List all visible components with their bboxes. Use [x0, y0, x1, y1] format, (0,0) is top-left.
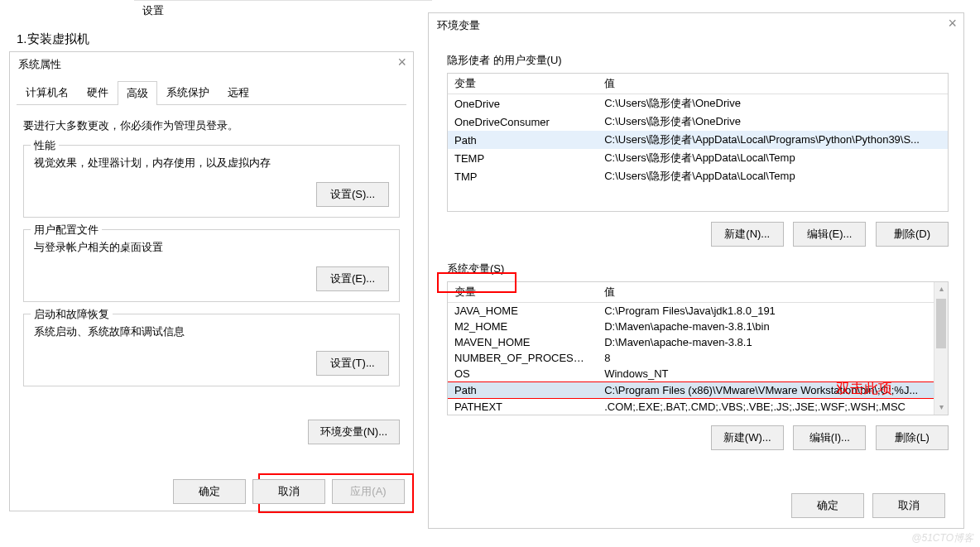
settings-title: 设置 — [142, 4, 164, 17]
variable-value: C:\Program Files (x86)\VMware\VMware Wor… — [598, 382, 948, 399]
user-profile-desc: 与登录帐户相关的桌面设置 — [34, 240, 389, 255]
tab-system-protection[interactable]: 系统保护 — [157, 80, 219, 104]
sysprops-tabs: 计算机名 硬件 高级 系统保护 远程 — [17, 80, 406, 105]
table-row[interactable]: PATHEXT.COM;.EXE;.BAT;.CMD;.VBS;.VBE;.JS… — [448, 399, 948, 415]
table-row[interactable]: PROCESSOR_ARCHITECTUREAMD64 — [448, 415, 948, 415]
column-header-variable[interactable]: 变量 — [448, 282, 598, 303]
startup-settings-button[interactable]: 设置(T)... — [316, 351, 389, 376]
variable-value: C:\Program Files\Java\jdk1.8.0_191 — [598, 303, 948, 319]
watermark: @51CTO博客 — [911, 531, 973, 545]
close-icon[interactable]: × — [397, 54, 406, 71]
delete-user-var-button[interactable]: 删除(D) — [876, 222, 949, 247]
user-variables-table[interactable]: 变量 值 OneDriveC:\Users\隐形使者\OneDriveOneDr… — [447, 73, 949, 212]
user-variables-label: 隐形使者 的用户变量(U) — [447, 53, 949, 68]
cancel-button[interactable]: 取消 — [872, 493, 945, 518]
performance-legend: 性能 — [31, 138, 59, 153]
table-row[interactable]: OneDriveC:\Users\隐形使者\OneDrive — [448, 94, 948, 113]
settings-dialog-header: 设置 — [134, 0, 432, 18]
variable-name: Path — [448, 131, 598, 149]
column-header-variable[interactable]: 变量 — [448, 74, 598, 94]
sysprops-title: 系统属性 — [18, 58, 61, 70]
apply-button[interactable]: 应用(A) — [332, 479, 405, 504]
variable-name: TEMP — [448, 149, 598, 167]
variable-name: TMP — [448, 167, 598, 185]
variable-value: C:\Users\隐形使者\AppData\Local\Temp — [598, 149, 948, 167]
table-row[interactable]: NUMBER_OF_PROCESSORS8 — [448, 350, 948, 366]
environment-variables-dialog: 环境变量 × 隐形使者 的用户变量(U) 变量 值 OneDriveC:\Use… — [428, 12, 964, 529]
envvars-title: 环境变量 — [437, 19, 480, 31]
delete-system-var-button[interactable]: 删除(L) — [876, 425, 949, 450]
variable-name: NUMBER_OF_PROCESSORS — [448, 350, 598, 366]
double-click-annotation: 双击此项 — [836, 379, 892, 398]
variable-name: OS — [448, 366, 598, 382]
performance-settings-button[interactable]: 设置(S)... — [316, 182, 389, 207]
table-row[interactable]: TMPC:\Users\隐形使者\AppData\Local\Temp — [448, 167, 948, 185]
table-row[interactable]: TEMPC:\Users\隐形使者\AppData\Local\Temp — [448, 149, 948, 167]
variable-name: OneDriveConsumer — [448, 113, 598, 131]
system-properties-dialog: 系统属性 × 计算机名 硬件 高级 系统保护 远程 要进行大多数更改，你必须作为… — [9, 51, 414, 511]
variable-value: D:\Maven\apache-maven-3.8.1\bin — [598, 319, 948, 334]
close-icon[interactable]: × — [948, 15, 957, 32]
variable-value: C:\Users\隐形使者\OneDrive — [598, 113, 948, 131]
admin-note: 要进行大多数更改，你必须作为管理员登录。 — [23, 118, 400, 133]
cancel-button[interactable]: 取消 — [252, 479, 325, 504]
tab-hardware[interactable]: 硬件 — [78, 80, 118, 104]
edit-user-var-button[interactable]: 编辑(E)... — [793, 222, 866, 247]
tab-advanced[interactable]: 高级 — [118, 81, 157, 105]
scrollbar[interactable]: ▴ ▾ — [934, 282, 948, 415]
user-profile-fieldset: 用户配置文件 与登录帐户相关的桌面设置 设置(E)... — [23, 229, 400, 302]
tab-remote[interactable]: 远程 — [219, 80, 258, 104]
user-profile-legend: 用户配置文件 — [31, 223, 102, 238]
variable-name: Path — [448, 382, 598, 399]
variable-value: 8 — [598, 350, 948, 366]
sysprops-titlebar: 系统属性 × — [10, 52, 413, 77]
variable-value: C:\Users\隐形使者\AppData\Local\Temp — [598, 167, 948, 185]
variable-value: .COM;.EXE;.BAT;.CMD;.VBS;.VBE;.JS;.JSE;.… — [598, 399, 948, 415]
system-variables-label: 系统变量(S) — [447, 262, 949, 276]
variable-value: C:\Users\隐形使者\AppData\Local\Programs\Pyt… — [598, 131, 948, 149]
scroll-up-icon[interactable]: ▴ — [934, 282, 948, 296]
ok-button[interactable]: 确定 — [791, 493, 864, 518]
table-row[interactable]: JAVA_HOMEC:\Program Files\Java\jdk1.8.0_… — [448, 303, 948, 319]
table-row[interactable]: M2_HOMED:\Maven\apache-maven-3.8.1\bin — [448, 319, 948, 334]
column-header-value[interactable]: 值 — [598, 282, 948, 303]
variable-name: OneDrive — [448, 94, 598, 113]
tab-computer-name[interactable]: 计算机名 — [17, 80, 78, 104]
outline-item[interactable]: 1.安装虚拟机 — [17, 31, 89, 47]
edit-system-var-button[interactable]: 编辑(I)... — [793, 425, 866, 450]
startup-recovery-fieldset: 启动和故障恢复 系统启动、系统故障和调试信息 设置(T)... — [23, 314, 400, 386]
scroll-thumb[interactable] — [936, 299, 946, 348]
table-row[interactable]: PathC:\Users\隐形使者\AppData\Local\Programs… — [448, 131, 948, 149]
startup-legend: 启动和故障恢复 — [31, 307, 113, 322]
variable-name: MAVEN_HOME — [448, 334, 598, 350]
new-user-var-button[interactable]: 新建(N)... — [711, 222, 784, 247]
variable-value: Windows_NT — [598, 366, 948, 382]
variable-name: PROCESSOR_ARCHITECTURE — [448, 415, 598, 415]
performance-desc: 视觉效果，处理器计划，内存使用，以及虚拟内存 — [34, 156, 389, 170]
envvars-titlebar: 环境变量 × — [429, 13, 963, 38]
column-header-value[interactable]: 值 — [598, 74, 948, 94]
startup-desc: 系统启动、系统故障和调试信息 — [34, 324, 389, 339]
user-profile-settings-button[interactable]: 设置(E)... — [316, 266, 389, 291]
table-row[interactable]: OneDriveConsumerC:\Users\隐形使者\OneDrive — [448, 113, 948, 131]
variable-name: PATHEXT — [448, 399, 598, 415]
table-row[interactable]: MAVEN_HOMED:\Maven\apache-maven-3.8.1 — [448, 334, 948, 350]
variable-value: D:\Maven\apache-maven-3.8.1 — [598, 334, 948, 350]
variable-name: M2_HOME — [448, 319, 598, 334]
new-system-var-button[interactable]: 新建(W)... — [711, 425, 784, 450]
environment-variables-button[interactable]: 环境变量(N)... — [308, 420, 400, 444]
variable-name: JAVA_HOME — [448, 303, 598, 319]
ok-button[interactable]: 确定 — [173, 479, 246, 504]
scroll-down-icon[interactable]: ▾ — [934, 401, 948, 415]
variable-value: AMD64 — [598, 415, 948, 415]
performance-fieldset: 性能 视觉效果，处理器计划，内存使用，以及虚拟内存 设置(S)... — [23, 145, 400, 218]
variable-value: C:\Users\隐形使者\OneDrive — [598, 94, 948, 113]
